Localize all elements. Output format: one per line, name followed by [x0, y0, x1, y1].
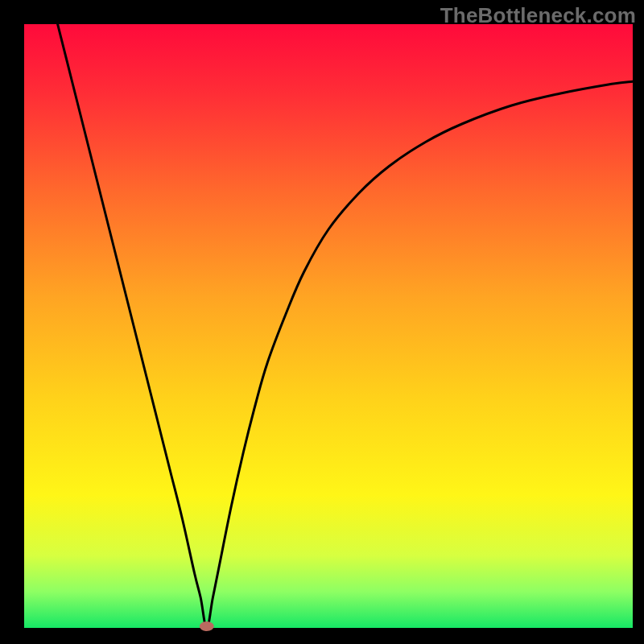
- watermark-label: TheBottleneck.com: [440, 3, 636, 28]
- plot-area: [24, 24, 633, 628]
- chart-svg: [0, 0, 644, 644]
- minimum-marker: [200, 621, 214, 631]
- chart-container: TheBottleneck.com: [0, 0, 644, 644]
